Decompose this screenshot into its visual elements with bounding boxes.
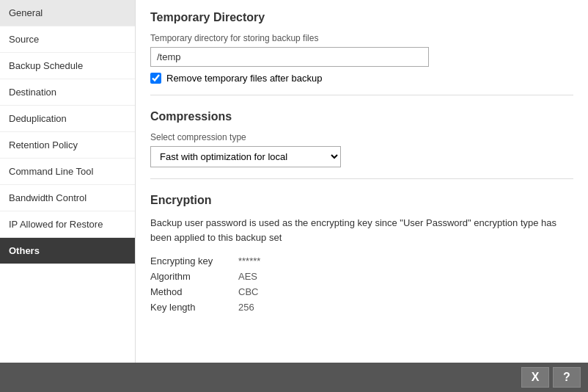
sidebar-item-others[interactable]: Others: [0, 238, 135, 264]
encryption-row-method: Method CBC: [150, 284, 268, 300]
sidebar-item-general[interactable]: General: [0, 0, 135, 26]
encryption-key-label: Encrypting key: [150, 253, 238, 269]
sidebar-item-retention-policy[interactable]: Retention Policy: [0, 132, 135, 159]
encryption-section: Encryption Backup user password is used …: [150, 194, 573, 326]
encryption-note: Backup user password is used as the encr…: [150, 216, 573, 244]
sidebar: General Source Backup Schedule Destinati…: [0, 0, 136, 363]
compression-select-label: Select compression type: [150, 132, 573, 142]
encryption-table: Encrypting key ****** Algorithm AES Meth…: [150, 253, 268, 315]
sidebar-item-source[interactable]: Source: [0, 26, 135, 53]
encryption-key-value: ******: [238, 253, 268, 269]
temporary-directory-section: Temporary Directory Temporary directory …: [150, 11, 573, 95]
compression-select[interactable]: Fast with optimization for local None Fa…: [150, 146, 341, 167]
encryption-method-value: CBC: [238, 284, 268, 300]
sidebar-item-command-line-tool[interactable]: Command Line Tool: [0, 159, 135, 185]
temp-dir-field-label: Temporary directory for storing backup f…: [150, 33, 573, 43]
sidebar-item-deduplication[interactable]: Deduplication: [0, 106, 135, 132]
compressions-section: Compressions Select compression type Fas…: [150, 110, 573, 179]
remove-temp-files-label: Remove temporary files after backup: [166, 73, 322, 84]
sidebar-item-destination[interactable]: Destination: [0, 79, 135, 106]
encryption-title: Encryption: [150, 194, 573, 207]
bottom-bar: X ?: [0, 363, 588, 392]
remove-temp-files-row: Remove temporary files after backup: [150, 73, 573, 84]
compressions-title: Compressions: [150, 110, 573, 123]
encryption-row-key: Encrypting key ******: [150, 253, 268, 269]
main-container: General Source Backup Schedule Destinati…: [0, 0, 588, 363]
sidebar-item-ip-allowed-for-restore[interactable]: IP Allowed for Restore: [0, 211, 135, 238]
remove-temp-files-checkbox[interactable]: [150, 73, 161, 84]
close-button[interactable]: X: [521, 367, 549, 388]
encryption-algorithm-value: AES: [238, 269, 268, 284]
encryption-algorithm-label: Algorithm: [150, 269, 238, 284]
temp-dir-input[interactable]: [150, 47, 429, 67]
sidebar-item-bandwidth-control[interactable]: Bandwidth Control: [0, 185, 135, 211]
temporary-directory-title: Temporary Directory: [150, 11, 573, 24]
encryption-key-length-value: 256: [238, 300, 268, 315]
encryption-key-length-label: Key length: [150, 300, 238, 315]
help-button[interactable]: ?: [553, 367, 581, 388]
content-area: Temporary Directory Temporary directory …: [136, 0, 588, 363]
encryption-row-algorithm: Algorithm AES: [150, 269, 268, 284]
content-scroll: Temporary Directory Temporary directory …: [136, 0, 588, 352]
sidebar-item-backup-schedule[interactable]: Backup Schedule: [0, 53, 135, 79]
encryption-row-key-length: Key length 256: [150, 300, 268, 315]
encryption-method-label: Method: [150, 284, 238, 300]
